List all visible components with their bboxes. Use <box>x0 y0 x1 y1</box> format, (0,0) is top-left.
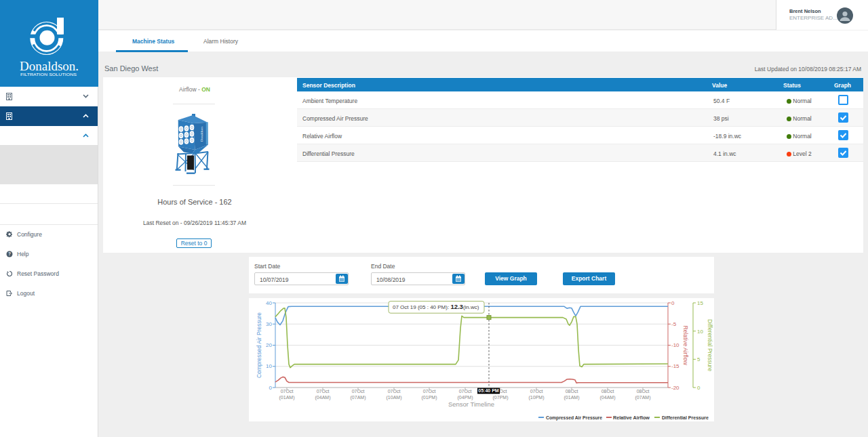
svg-text:(01AM): (01AM) <box>564 395 580 400</box>
svg-text:40: 40 <box>266 300 272 306</box>
svg-text:-20: -20 <box>671 385 679 391</box>
svg-text:07Oct: 07Oct <box>388 389 401 394</box>
svg-text:-15: -15 <box>671 363 679 369</box>
svg-text:07Oct: 07Oct <box>352 389 365 394</box>
svg-text:(07AM): (07AM) <box>635 395 651 400</box>
svg-text:0: 0 <box>269 385 273 391</box>
svg-text:(04AM): (04AM) <box>315 395 331 400</box>
svg-text:07Oct: 07Oct <box>317 389 330 394</box>
svg-text:07Oct: 07Oct <box>530 389 543 394</box>
svg-text:08Oct: 08Oct <box>566 389 578 394</box>
svg-text:08Oct: 08Oct <box>601 389 614 394</box>
svg-text:07Oct: 07Oct <box>281 389 294 394</box>
svg-text:07 Oct 19 (05 : 40 PM): 12.3(i: 07 Oct 19 (05 : 40 PM): 12.3(in.wc) <box>393 303 479 310</box>
svg-text:Donaldson: Donaldson <box>200 127 203 142</box>
svg-text:07Oct: 07Oct <box>459 389 472 394</box>
svg-text:?: ? <box>8 251 11 256</box>
svg-text:(07PM): (07PM) <box>493 395 509 400</box>
svg-text:Donaldson.: Donaldson. <box>20 59 79 73</box>
svg-text:-5: -5 <box>671 321 677 327</box>
svg-text:5: 5 <box>697 356 701 362</box>
svg-text:30: 30 <box>266 321 272 327</box>
svg-text:Sensor Timeline: Sensor Timeline <box>448 400 494 408</box>
svg-text:Differential Pressure: Differential Pressure <box>662 415 709 421</box>
svg-text:(01AM): (01AM) <box>279 395 295 400</box>
svg-text:(04AM): (04AM) <box>600 395 616 400</box>
svg-text:0: 0 <box>671 300 675 306</box>
svg-text:10: 10 <box>697 329 703 335</box>
svg-text:(10AM): (10AM) <box>387 395 402 400</box>
svg-text:(10PM): (10PM) <box>529 395 545 400</box>
svg-text:(07AM): (07AM) <box>351 395 366 400</box>
svg-text:07Oct: 07Oct <box>423 389 436 394</box>
svg-text:Compressed Air Pressure: Compressed Air Pressure <box>546 415 602 421</box>
svg-text:-10: -10 <box>671 342 679 348</box>
svg-text:08Oct: 08Oct <box>637 389 650 394</box>
svg-text:Differential Pressure: Differential Pressure <box>707 319 713 371</box>
svg-text:05:40 PM: 05:40 PM <box>478 388 499 393</box>
svg-text:15: 15 <box>697 300 703 306</box>
svg-text:0: 0 <box>697 385 701 391</box>
svg-text:20: 20 <box>266 342 272 348</box>
svg-text:Relative Airflow: Relative Airflow <box>613 415 650 421</box>
svg-text:(04PM): (04PM) <box>458 395 473 400</box>
svg-text:10: 10 <box>266 363 272 369</box>
svg-text:(01PM): (01PM) <box>422 395 437 400</box>
svg-text:FILTRATION SOLUTIONS: FILTRATION SOLUTIONS <box>20 72 77 77</box>
svg-text:Relative Airflow: Relative Airflow <box>682 325 689 365</box>
svg-text:Compressed Air Pressure: Compressed Air Pressure <box>256 312 262 378</box>
